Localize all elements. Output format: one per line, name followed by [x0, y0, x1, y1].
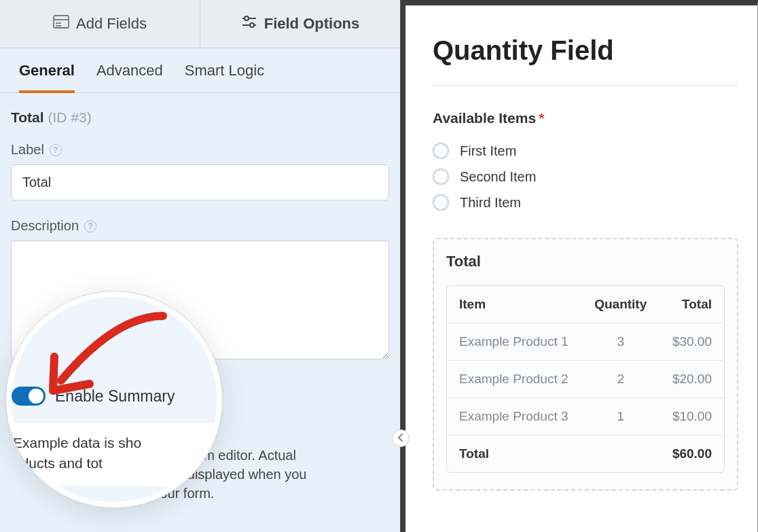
summary-table: Item Quantity Total Example Product 1 3 … — [446, 285, 725, 473]
cell-qty: 3 — [582, 323, 660, 361]
available-items-label: Available Items* — [433, 110, 738, 126]
list-item[interactable]: Second Item — [433, 169, 738, 185]
radio-icon — [433, 169, 449, 185]
cell-total: $10.00 — [660, 398, 724, 436]
radio-icon — [433, 194, 449, 211]
sliders-icon — [241, 15, 257, 33]
cell-qty: 1 — [582, 398, 660, 436]
list-item[interactable]: Third Item — [433, 194, 738, 211]
table-total-row: Total $60.00 — [447, 436, 724, 472]
tab-field-options-label: Field Options — [264, 15, 360, 33]
tab-add-fields[interactable]: Add Fields — [0, 0, 200, 48]
required-star: * — [539, 110, 544, 126]
item-label: Second Item — [460, 169, 536, 185]
table-header-row: Item Quantity Total — [447, 286, 724, 323]
subtab-advanced[interactable]: Advanced — [96, 62, 163, 93]
help-icon[interactable]: ? — [50, 144, 62, 156]
label-input[interactable] — [11, 164, 389, 200]
description-label: Description ? — [11, 218, 389, 234]
col-quantity: Quantity — [582, 286, 660, 323]
item-label: First Item — [460, 143, 516, 159]
form-preview: Quantity Field Available Items* First It… — [401, 0, 758, 532]
help-icon[interactable]: ? — [84, 220, 96, 232]
enable-summary-row: Enable Summary — [14, 387, 211, 406]
tab-field-options[interactable]: Field Options — [200, 0, 400, 48]
subtab-general[interactable]: General — [19, 62, 75, 93]
preview-divider — [433, 85, 738, 86]
tab-add-fields-label: Add Fields — [76, 15, 147, 33]
field-name: Total — [11, 109, 44, 125]
cell-total: $20.00 — [660, 361, 724, 398]
total-block-title: Total — [446, 253, 725, 270]
form-fields-icon — [53, 15, 69, 33]
chevron-left-icon — [397, 433, 404, 444]
cell-qty: 2 — [582, 361, 660, 398]
cell-total: $30.00 — [660, 323, 724, 361]
desc-label-text: Description — [11, 218, 79, 234]
cell-item: Example Product 1 — [447, 323, 582, 361]
grand-total-label: Total — [447, 436, 582, 472]
col-item: Item — [447, 286, 582, 323]
grand-total-value: $60.00 — [660, 436, 724, 472]
enable-summary-toggle[interactable] — [12, 387, 46, 406]
radio-icon — [433, 143, 449, 159]
item-label: Third Item — [460, 195, 521, 211]
table-row: Example Product 1 3 $30.00 — [447, 323, 724, 361]
label-text: Label — [11, 142, 44, 158]
svg-point-7 — [250, 23, 254, 27]
field-options-panel: Add Fields Field Options General Advance… — [0, 0, 401, 532]
label-label: Label ? — [11, 142, 389, 158]
collapse-panel-button[interactable] — [392, 429, 410, 447]
preview-title: Quantity Field — [433, 35, 738, 66]
info-line-1: Example data is sho — [13, 433, 206, 453]
table-row: Example Product 3 1 $10.00 — [447, 398, 724, 436]
top-tabs: Add Fields Field Options — [0, 0, 400, 48]
cell-item: Example Product 2 — [447, 361, 582, 398]
toggle-knob — [29, 389, 43, 404]
subtab-smart-logic[interactable]: Smart Logic — [185, 62, 264, 93]
cell-item: Example Product 3 — [447, 398, 582, 436]
table-row: Example Product 2 2 $20.00 — [447, 361, 724, 398]
col-total: Total — [660, 286, 724, 323]
label-block: Label ? — [11, 142, 389, 200]
enable-summary-label: Enable Summary — [55, 387, 175, 406]
available-items-list: First Item Second Item Third Item — [433, 143, 738, 211]
sub-tabs: General Advanced Smart Logic — [0, 48, 400, 93]
field-header: Total (ID #3) — [11, 109, 389, 126]
zoom-lens: Enable Summary Example data is sho oduct… — [5, 291, 223, 508]
svg-point-5 — [245, 16, 249, 20]
list-item[interactable]: First Item — [433, 143, 738, 159]
field-id: (ID #3) — [48, 109, 91, 125]
info-line-2: oducts and tot — [13, 453, 206, 474]
total-block: Total Item Quantity Total Example Produc… — [433, 238, 738, 491]
